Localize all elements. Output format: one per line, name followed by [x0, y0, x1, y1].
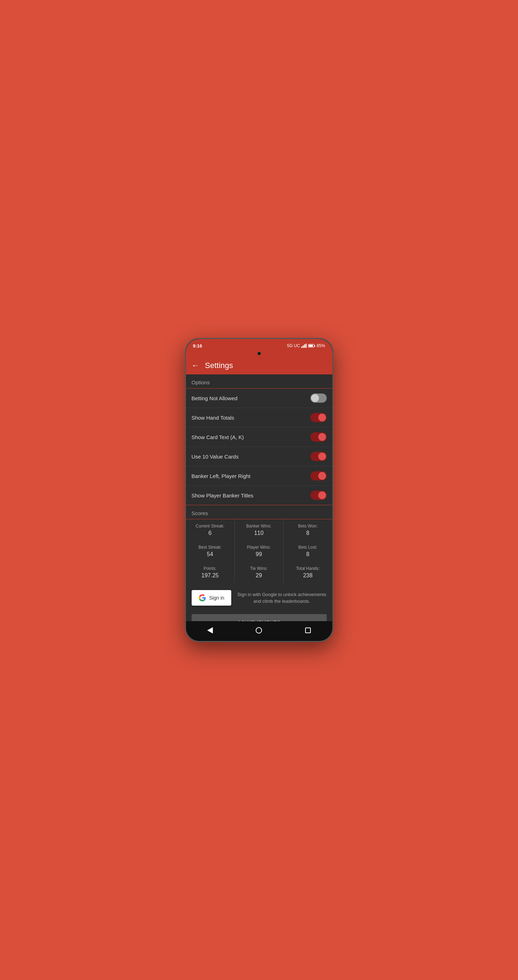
battery-label: 85%	[316, 343, 325, 348]
score-value-6: 197.25	[189, 573, 232, 579]
setting-label-1: Show Hand Totals	[192, 415, 234, 421]
score-value-5: 8	[286, 551, 330, 557]
score-value-8: 238	[286, 573, 330, 579]
nav-home-button[interactable]	[256, 627, 262, 633]
score-label-8: Total Hands:	[286, 566, 330, 571]
toggle-1[interactable]	[311, 413, 327, 422]
signin-description: Sign in with Google to unlock achievemen…	[237, 591, 326, 605]
back-button[interactable]: ←	[192, 361, 199, 370]
phone-device: 9:16 5G UC 85%	[185, 338, 333, 642]
score-label-1: Banker Wins:	[237, 523, 281, 528]
home-circle-icon	[256, 627, 262, 633]
scores-section: Current Streak: 6 Banker Wins: 110 Bets …	[186, 519, 332, 583]
status-right: 5G UC 85%	[287, 343, 325, 348]
score-cell-2: Bets Won: 8	[284, 519, 332, 541]
score-value-3: 54	[189, 551, 232, 557]
signin-section: Sign in Sign in with Google to unlock ac…	[186, 583, 332, 612]
toggle-knob-0	[311, 394, 319, 402]
score-cell-0: Current Streak: 6	[186, 519, 235, 541]
network-label: 5G UC	[287, 343, 300, 348]
toggle-3[interactable]	[311, 452, 327, 461]
score-label-7: Tie Wins:	[237, 566, 281, 571]
setting-label-0: Betting Not Allowed	[192, 395, 237, 401]
setting-label-3: Use 10 Value Cards	[192, 453, 239, 460]
score-value-4: 99	[237, 551, 281, 557]
scores-row-2: Best Streak: 54 Player Wins: 99 Bets Los…	[186, 541, 332, 562]
phone-screen: 9:16 5G UC 85%	[186, 339, 332, 641]
camera-bar	[186, 352, 332, 357]
score-value-0: 6	[189, 530, 232, 536]
score-label-0: Current Streak:	[189, 523, 232, 528]
setting-label-2: Show Card Text (A, K)	[192, 434, 244, 440]
side-button-2	[332, 420, 333, 434]
score-cell-6: Points: 197.25	[186, 562, 235, 583]
app-bar: ← Settings	[186, 357, 332, 374]
score-label-4: Player Wins:	[237, 545, 281, 550]
score-cell-3: Best Streak: 54	[186, 541, 235, 562]
google-g-icon	[199, 594, 206, 601]
score-cell-1: Banker Wins: 110	[235, 519, 284, 541]
toggle-2[interactable]	[311, 433, 327, 442]
google-signin-button[interactable]: Sign in	[192, 590, 232, 606]
toggle-knob-1	[318, 414, 326, 422]
toggle-knob-4	[318, 472, 326, 480]
bottom-nav	[186, 621, 332, 641]
score-cell-4: Player Wins: 99	[235, 541, 284, 562]
settings-content: Options Betting Not Allowed Show Hand To…	[186, 374, 332, 621]
camera-dot	[257, 352, 261, 355]
score-value-1: 110	[237, 530, 281, 536]
setting-row-4: Banker Left, Player Right	[186, 466, 332, 486]
scores-section-label: Scores	[186, 505, 332, 519]
setting-row-2: Show Card Text (A, K)	[186, 428, 332, 447]
score-value-7: 29	[237, 573, 281, 579]
side-button-1	[332, 402, 333, 417]
setting-row-3: Use 10 Value Cards	[186, 447, 332, 466]
page-title: Settings	[205, 361, 233, 370]
recent-square-icon	[305, 627, 311, 633]
score-label-5: Bets Lost:	[286, 545, 330, 550]
toggle-4[interactable]	[311, 471, 327, 480]
back-triangle-icon	[207, 627, 213, 633]
status-time: 9:16	[193, 343, 202, 348]
setting-label-5: Show Player Banker Titles	[192, 493, 253, 498]
score-label-2: Bets Won:	[286, 523, 330, 528]
score-value-2: 8	[286, 530, 330, 536]
nav-back-button[interactable]	[207, 627, 213, 633]
toggle-5[interactable]	[311, 491, 327, 500]
setting-label-4: Banker Left, Player Right	[192, 473, 251, 479]
setting-row-1: Show Hand Totals	[186, 408, 332, 428]
achievements-button[interactable]: ACHIEVEMENTS	[192, 614, 327, 621]
score-label-6: Points:	[189, 566, 232, 571]
score-label-3: Best Streak:	[189, 545, 232, 550]
battery-icon	[308, 344, 315, 347]
setting-row-5: Show Player Banker Titles	[186, 486, 332, 505]
signal-icon	[301, 344, 306, 348]
scores-row-1: Current Streak: 6 Banker Wins: 110 Bets …	[186, 519, 332, 541]
score-cell-7: Tie Wins: 29	[235, 562, 284, 583]
toggle-knob-2	[318, 433, 326, 441]
scores-row-3: Points: 197.25 Tie Wins: 29 Total Hands:…	[186, 562, 332, 583]
status-bar: 9:16 5G UC 85%	[186, 339, 332, 352]
score-cell-5: Bets Lost: 8	[284, 541, 332, 562]
options-section-label: Options	[186, 374, 332, 388]
nav-recent-button[interactable]	[305, 627, 311, 633]
signin-btn-text: Sign in	[209, 595, 225, 601]
toggle-knob-3	[318, 452, 326, 460]
settings-list: Betting Not Allowed Show Hand Totals Sho…	[186, 388, 332, 505]
setting-row-0: Betting Not Allowed	[186, 388, 332, 408]
toggle-0[interactable]	[311, 393, 327, 402]
toggle-knob-5	[318, 492, 326, 499]
score-cell-8: Total Hands: 238	[284, 562, 332, 583]
